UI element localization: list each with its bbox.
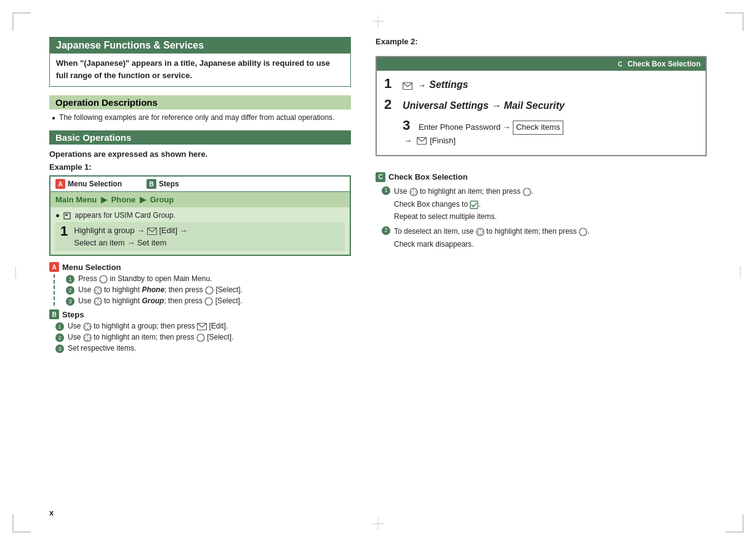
- c-item2-sub1: Check mark disappears.: [394, 239, 707, 250]
- step-circle-2: 2: [55, 333, 64, 342]
- c-header-label: Check Box Selection: [388, 172, 468, 181]
- steps-item3: 3 Set respective items.: [55, 344, 351, 353]
- steps-item2: 2 Use to highlight an item; then press: [55, 333, 351, 342]
- step1-num: 1: [384, 76, 396, 92]
- step-num: 1: [60, 225, 68, 238]
- badge-a: A: [55, 179, 65, 189]
- nav-icon-c1: [409, 188, 418, 196]
- japanese-title: Japanese Functions & Services: [50, 38, 350, 54]
- circle-1: 1: [66, 275, 74, 284]
- page: Japanese Functions & Services When "(Jap…: [0, 0, 756, 545]
- circle-btn-icon4: [196, 333, 205, 342]
- c-item2-main: 2 To deselect an item, use to highlight …: [382, 226, 707, 237]
- example2-step1: 1 → Settings: [384, 76, 698, 92]
- nav-icon3: [83, 322, 92, 331]
- menu-sel-annotation: A Menu Selection 1 Press in Standby to o…: [49, 262, 351, 306]
- top-center-v: [378, 15, 379, 28]
- basic-ops-header: Basic Operations: [49, 130, 351, 145]
- step3-num: 3: [403, 117, 415, 133]
- mail-icon-ex2-s1: [403, 82, 412, 90]
- c-item1-main: 1 Use to highlight an item; then press: [382, 186, 707, 197]
- svg-point-27: [197, 334, 204, 341]
- circle-btn-icon1: [99, 275, 108, 284]
- badge-c-section: C: [376, 172, 385, 182]
- menu-path-main: Main Menu: [55, 195, 97, 204]
- menu-path-row: Main Menu ▶ Phone ▶ Group: [50, 192, 350, 207]
- example1-label: Example 1:: [49, 162, 351, 172]
- c-item1-sub1: Check Box changes to .: [394, 199, 707, 210]
- example2-header: C Check Box Selection: [377, 57, 706, 71]
- menu-path-group: Group: [150, 195, 174, 204]
- header-item-a: A Menu Selection: [55, 179, 122, 189]
- example1-box-header: A Menu Selection B Steps: [50, 177, 350, 192]
- steps-annot-label: Steps: [62, 310, 84, 319]
- usim-text: appears for USIM Card Group.: [75, 211, 175, 220]
- example2-step3: 3 Enter Phone Password → Check items → […: [384, 117, 698, 145]
- c-item2: 2 To deselect an item, use to highlight …: [376, 226, 707, 250]
- corner-mark-tr: [725, 12, 744, 31]
- step-circle-3: 3: [55, 344, 64, 353]
- circle-btn-icon3: [204, 297, 213, 306]
- menu-sel-item2: 2 Use to highlight Phone; then press: [66, 285, 351, 295]
- svg-point-9: [206, 287, 213, 294]
- step1-text: Highlight a group → [Edit] → Select an i…: [74, 225, 187, 249]
- corner-mark-br: [725, 514, 744, 533]
- nav-icon4: [83, 333, 92, 342]
- svg-point-35: [523, 188, 531, 196]
- menu-sel-items: 1 Press in Standby to open Main Menu. 2 …: [54, 274, 351, 306]
- badge-b: B: [147, 179, 156, 189]
- mail-icon-s1: [197, 323, 207, 330]
- mail-icon-ex2-s3: [417, 137, 427, 145]
- c-header: C Check Box Selection: [376, 172, 707, 182]
- check-items-box: Check items: [513, 121, 563, 135]
- step3-text: Enter Phone Password → Check items: [419, 121, 563, 135]
- example2-header-label: Check Box Selection: [627, 60, 701, 68]
- badge-a-annot: A: [49, 262, 59, 272]
- ops-expressed: Operations are expressed as shown here.: [49, 149, 351, 159]
- circle-btn-c1: [523, 188, 531, 196]
- step3-finish: → [Finish]: [403, 136, 456, 145]
- op-desc-header: Operation Descriptions: [49, 95, 351, 109]
- corner-mark-tl: [12, 12, 31, 31]
- nav-icon-c2: [476, 228, 485, 236]
- menu-path-phone: Phone: [111, 195, 135, 204]
- c-item1: 1 Use to highlight an item; then press: [376, 186, 707, 222]
- example2-content: 1 → Settings 2 Universal Settings → Mail…: [377, 71, 706, 155]
- menu-sel-annot-label: Menu Selection: [62, 263, 121, 272]
- c-circle-2: 2: [382, 226, 390, 235]
- mail-icon-step1: [147, 228, 157, 235]
- nav-icon2: [94, 297, 102, 306]
- svg-rect-1: [65, 214, 68, 216]
- menu-selection-label: Menu Selection: [68, 180, 122, 188]
- corner-mark-bl: [12, 514, 31, 533]
- step-circle-1: 1: [55, 322, 64, 331]
- c-section: C Check Box Selection 1 Use: [376, 172, 707, 251]
- badge-c-header: C: [615, 59, 625, 69]
- example1-content: ● appears for USIM Card Group. 1: [50, 207, 350, 255]
- circle-btn-c2: [579, 228, 587, 236]
- op-desc-section: Operation Descriptions The following exa…: [49, 95, 351, 125]
- japanese-description: When "(Japanese)" appears in a title, Ja…: [56, 57, 344, 81]
- steps-label: Steps: [159, 180, 179, 188]
- c-circle-1: 1: [382, 186, 390, 195]
- checkbox-checked-icon: [470, 201, 478, 209]
- step2-num: 2: [384, 97, 396, 113]
- badge-b-annot: B: [49, 309, 59, 319]
- example1-box: A Menu Selection B Steps Main Menu ▶ Pho…: [49, 175, 351, 256]
- circle-2: 2: [66, 286, 74, 295]
- nav-icon1: [94, 286, 102, 295]
- example2-step2: 2 Universal Settings → Mail Security: [384, 97, 698, 113]
- op-desc-bullet: The following examples are for reference…: [49, 113, 351, 122]
- steps-annotation: B Steps 1 Use to highlight a: [49, 309, 351, 353]
- right-column: Example 2: C Check Box Selection 1 →: [376, 37, 707, 520]
- arrow1: ▶: [101, 195, 107, 204]
- svg-point-42: [579, 228, 587, 236]
- left-column: Japanese Functions & Services When "(Jap…: [49, 37, 351, 520]
- steps-item1: 1 Use to highlight a group; then press: [55, 322, 351, 331]
- circle-3: 3: [66, 297, 74, 306]
- left-center: [15, 266, 16, 279]
- example2-label: Example 2:: [376, 37, 707, 46]
- menu-sel-item1: 1 Press in Standby to open Main Menu.: [66, 274, 351, 284]
- example1-step1: 1 Highlight a group → [Edit] → Select: [55, 222, 345, 251]
- right-center: [740, 266, 741, 279]
